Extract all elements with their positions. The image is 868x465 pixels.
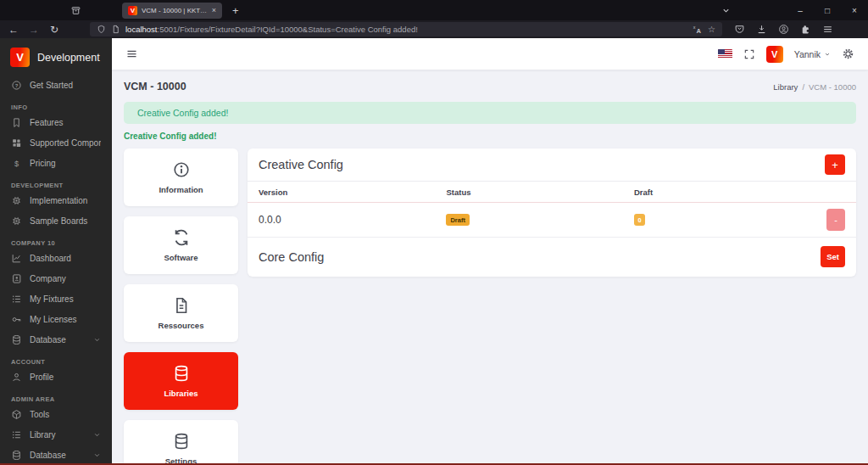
add-creative-config-button[interactable]: +: [825, 154, 845, 175]
browser-tab[interactable]: V VCM - 10000 | KKT - Developme ×: [122, 3, 222, 19]
sidebar-item-dashboard[interactable]: Dashboard: [0, 248, 112, 268]
breadcrumb-current: VCM - 10000: [809, 82, 856, 92]
app-topbar: V Yannik: [112, 38, 868, 70]
tab-libraries[interactable]: Libraries: [124, 352, 238, 410]
downloads-icon[interactable]: [756, 24, 767, 35]
database-icon: [11, 334, 22, 345]
sidebar-item-library[interactable]: Library: [0, 424, 112, 445]
account-icon[interactable]: [778, 24, 789, 35]
sidebar-item-label: Profile: [30, 373, 101, 382]
sidebar-item-label: Tools: [30, 410, 101, 419]
sidebar-item-features[interactable]: Features: [0, 112, 112, 132]
chip-icon: [11, 195, 22, 206]
tracking-shield-icon[interactable]: [97, 25, 106, 34]
sidebar-item-label: Company: [30, 274, 101, 283]
sidebar-item-label: Get Started: [30, 81, 101, 90]
line-chart-icon: [11, 253, 22, 264]
success-alert-text: Creative Config added!: [137, 108, 228, 118]
page-header: VCM - 10000 Library / VCM - 10000: [124, 79, 856, 94]
sync-arrows-icon: [172, 228, 191, 247]
sidebar-item-pricing[interactable]: Pricing: [0, 153, 112, 173]
pocket-icon[interactable]: [734, 24, 745, 35]
tab-ressources[interactable]: Ressources: [124, 284, 238, 342]
sidebar-item-sample-boards[interactable]: Sample Boards: [0, 210, 112, 231]
chevron-down-icon: [93, 451, 101, 459]
draft-count-badge: 0: [634, 214, 645, 226]
sidebar-item-my-fixtures[interactable]: My Fixtures: [0, 289, 112, 309]
hamburger-menu-icon[interactable]: [125, 48, 138, 60]
app-menu-icon[interactable]: [822, 24, 833, 35]
forward-button[interactable]: →: [24, 24, 44, 36]
translate-icon[interactable]: [692, 24, 703, 35]
tab-information[interactable]: Information: [124, 148, 238, 206]
sidebar-item-label: Dashboard: [30, 254, 101, 263]
window-close-button[interactable]: ×: [841, 0, 868, 20]
breadcrumb-library-link[interactable]: Library: [773, 82, 798, 92]
breadcrumb-separator: /: [802, 82, 804, 92]
tab-settings[interactable]: Settings: [124, 420, 238, 463]
browser-window: V VCM - 10000 | KKT - Developme × + – □ …: [0, 0, 868, 465]
key-icon: [11, 314, 22, 325]
back-button[interactable]: ←: [3, 24, 24, 36]
bookmark-icon: [11, 117, 22, 128]
app-shell: V Development Get Started INFO Features …: [0, 38, 868, 463]
user-name: Yannik: [794, 49, 821, 59]
bookmark-star-icon[interactable]: ☆: [708, 25, 715, 34]
tab-label: Ressources: [159, 321, 204, 330]
fullscreen-icon[interactable]: [743, 48, 755, 60]
avatar[interactable]: V: [766, 46, 783, 63]
url-bar[interactable]: localhost:5001/Fixtures/FixtureDetail?IQ…: [90, 22, 722, 36]
remove-config-button[interactable]: -: [826, 209, 845, 231]
list-icon: [11, 429, 22, 440]
sidebar-item-label: Implementation: [30, 196, 101, 205]
grid-icon: [11, 137, 22, 148]
libraries-panel: Creative Config + Version Status Draft 0…: [248, 148, 856, 277]
chevron-down-icon: [93, 336, 101, 344]
sidebar-item-my-licenses[interactable]: My Licenses: [0, 309, 112, 329]
sidebar-item-supported-components[interactable]: Supported Components: [0, 132, 112, 153]
extensions-puzzle-icon[interactable]: [800, 24, 811, 35]
column-draft: Draft: [634, 188, 816, 197]
cube-icon: [11, 409, 22, 420]
sidebar-item-database-admin[interactable]: Database: [0, 445, 112, 463]
chevron-down-icon: [824, 51, 831, 58]
document-icon: [172, 296, 191, 315]
gear-icon[interactable]: [842, 48, 854, 60]
set-core-config-button[interactable]: Set: [821, 246, 845, 267]
sidebar-item-tools[interactable]: Tools: [0, 404, 112, 424]
table-row: 0.0.0 Draft 0 -: [248, 203, 856, 238]
window-minimize-button[interactable]: –: [787, 0, 814, 20]
tab-software[interactable]: Software: [124, 216, 238, 274]
sidebar-section-info: INFO: [11, 104, 101, 111]
sidebar-item-company[interactable]: Company: [0, 268, 112, 289]
topbar-right-cluster: V Yannik: [718, 46, 854, 63]
reload-button[interactable]: ↻: [44, 24, 64, 36]
creative-config-title: Creative Config: [259, 158, 343, 171]
url-text: localhost:5001/Fixtures/FixtureDetail?IQ…: [125, 25, 687, 34]
database-icon: [172, 364, 191, 383]
page-content: VCM - 10000 Library / VCM - 10000 Creati…: [112, 70, 868, 463]
tab-close-icon[interactable]: ×: [212, 6, 216, 14]
user-menu[interactable]: Yannik: [794, 49, 831, 59]
creative-config-header: Creative Config +: [248, 148, 856, 182]
language-flag-icon[interactable]: [718, 49, 732, 59]
sidebar-item-implementation[interactable]: Implementation: [0, 190, 112, 210]
version-value: 0.0.0: [259, 214, 446, 226]
list-icon: [11, 294, 22, 305]
sidebar-item-database[interactable]: Database: [0, 329, 112, 350]
brand[interactable]: V Development: [0, 38, 112, 75]
detail-tabs-column: Information Software Ressources Lib: [124, 148, 238, 463]
page-info-icon[interactable]: [111, 25, 120, 34]
core-config-section: Core Config Set: [248, 238, 856, 277]
creative-config-table-header: Version Status Draft: [248, 182, 856, 203]
sidebar-item-get-started[interactable]: Get Started: [0, 75, 112, 95]
sidebar-section-account: ACCOUNT: [11, 358, 101, 366]
window-maximize-button[interactable]: □: [814, 0, 841, 20]
sidebar-item-profile[interactable]: Profile: [0, 367, 112, 387]
tab-label: Settings: [165, 457, 197, 463]
new-tab-button[interactable]: +: [232, 4, 239, 17]
list-tabs-chevron-icon[interactable]: [721, 6, 731, 15]
browser-toolbar: ← → ↻ localhost:5001/Fixtures/FixtureDet…: [0, 20, 868, 38]
firefox-view-icon[interactable]: [64, 3, 86, 18]
help-circle-icon: [11, 80, 22, 91]
